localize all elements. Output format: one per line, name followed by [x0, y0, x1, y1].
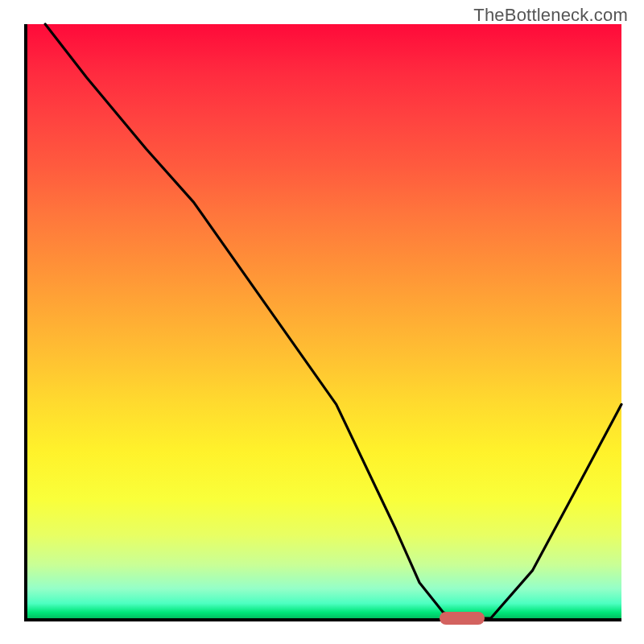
chart-line — [27, 24, 621, 618]
watermark-text: TheBottleneck.com — [473, 5, 628, 26]
chart-plot-area — [24, 24, 621, 621]
optimal-range-marker — [440, 612, 485, 625]
